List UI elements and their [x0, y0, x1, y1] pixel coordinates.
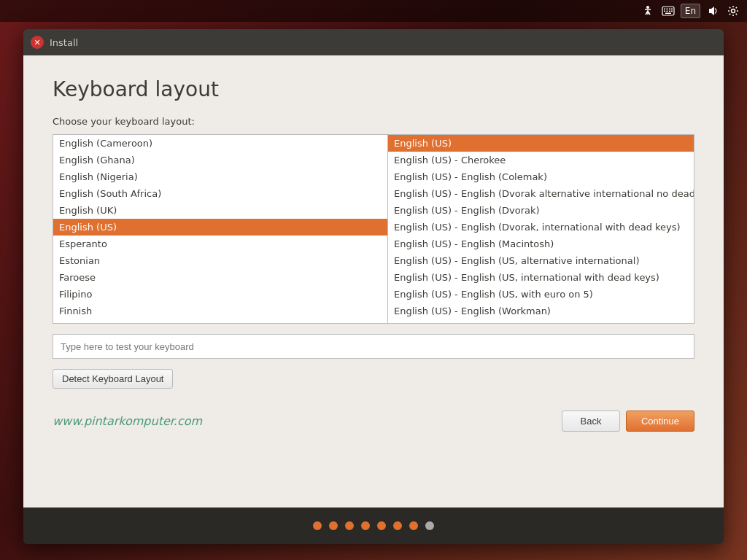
variant-list-item[interactable]: English (US) - English (US, internationa…	[388, 269, 694, 286]
variant-list-item[interactable]: English (US) - English (Workman, interna…	[388, 319, 694, 324]
list-item[interactable]: English (Nigeria)	[53, 168, 387, 185]
variant-list-item[interactable]: English (US) - English (Dvorak, internat…	[388, 219, 694, 236]
variant-list-item[interactable]: English (US) - English (Dvorak alternati…	[388, 185, 694, 202]
variant-list-item[interactable]: English (US) - English (Macintosh)	[388, 236, 694, 252]
variant-list-item[interactable]: English (US) - English (Dvorak)	[388, 202, 694, 219]
svg-rect-10	[665, 13, 671, 15]
svg-rect-8	[669, 11, 670, 12]
language-badge[interactable]: En	[681, 4, 700, 18]
list-item[interactable]: English (Cameroon)	[53, 135, 387, 152]
variant-list[interactable]: English (US)English (US) - CherokeeEngli…	[388, 134, 694, 324]
svg-rect-2	[664, 9, 665, 10]
list-item[interactable]: Esperanto	[53, 236, 387, 252]
progress-dot	[393, 521, 402, 530]
list-item[interactable]: Filipino	[53, 286, 387, 303]
svg-point-11	[732, 9, 735, 13]
svg-rect-7	[666, 11, 667, 12]
variant-list-item[interactable]: English (US) - Cherokee	[388, 152, 694, 168]
svg-rect-9	[671, 11, 673, 12]
list-item[interactable]: Estonian	[53, 252, 387, 269]
progress-dot	[377, 521, 386, 530]
list-item[interactable]: English (South Africa)	[53, 185, 387, 202]
svg-rect-5	[671, 9, 673, 10]
progress-dot	[345, 521, 354, 530]
window-title: Install	[50, 37, 78, 48]
watermark-text: www.pintarkomputer.com	[53, 414, 202, 428]
progress-dot	[361, 521, 370, 530]
variant-list-item[interactable]: English (US) - English (Workman)	[388, 303, 694, 319]
settings-icon[interactable]	[725, 3, 741, 19]
keyboard-icon[interactable]	[660, 3, 676, 19]
variant-list-item[interactable]: English (US)	[388, 135, 694, 152]
volume-icon[interactable]	[705, 3, 721, 19]
progress-dot	[313, 521, 322, 530]
list-item[interactable]: English (UK)	[53, 202, 387, 219]
progress-dot	[409, 521, 418, 530]
accessibility-icon[interactable]	[640, 3, 656, 19]
install-window: ✕ Install Keyboard layout Choose your ke…	[23, 29, 724, 544]
close-button[interactable]: ✕	[31, 36, 44, 49]
list-item[interactable]: Finnish	[53, 303, 387, 319]
progress-bar	[23, 508, 724, 544]
list-item[interactable]: English (US)	[53, 219, 387, 236]
keyboard-test-input[interactable]	[53, 334, 694, 359]
list-item[interactable]: Faroese	[53, 269, 387, 286]
progress-dot	[329, 521, 338, 530]
window-content: Keyboard layout Choose your keyboard lay…	[23, 55, 724, 508]
nav-buttons: Back Continue	[562, 411, 694, 432]
system-bar: En	[0, 0, 747, 22]
titlebar: ✕ Install	[23, 29, 724, 55]
list-item[interactable]: English (Ghana)	[53, 152, 387, 168]
svg-point-0	[646, 6, 649, 9]
svg-rect-4	[669, 9, 670, 10]
language-list[interactable]: English (Cameroon)English (Ghana)English…	[53, 134, 388, 324]
back-button[interactable]: Back	[562, 411, 620, 432]
section-label: Choose your keyboard layout:	[53, 116, 694, 127]
continue-button[interactable]: Continue	[626, 411, 694, 432]
page-title: Keyboard layout	[53, 77, 694, 101]
svg-rect-3	[666, 9, 667, 10]
svg-rect-6	[664, 11, 665, 12]
layout-lists: English (Cameroon)English (Ghana)English…	[53, 134, 694, 324]
bottom-bar: www.pintarkomputer.com Back Continue	[53, 411, 694, 432]
progress-dot	[425, 521, 434, 530]
detect-keyboard-button[interactable]: Detect Keyboard Layout	[53, 369, 173, 389]
variant-list-item[interactable]: English (US) - English (Colemak)	[388, 168, 694, 185]
variant-list-item[interactable]: English (US) - English (US, alternative …	[388, 252, 694, 269]
variant-list-item[interactable]: English (US) - English (US, with euro on…	[388, 286, 694, 303]
